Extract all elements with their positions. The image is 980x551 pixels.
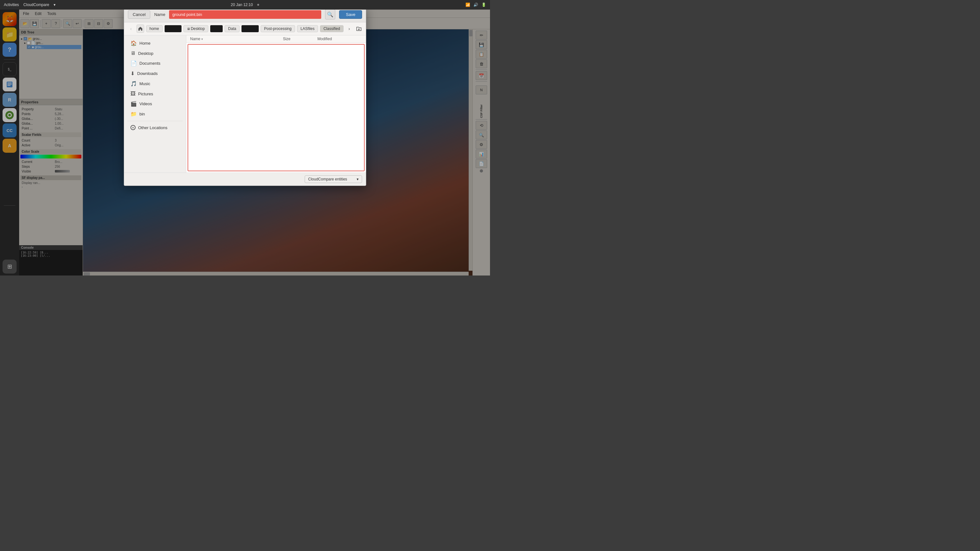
dialog-file-area: Name ▾ Size Modified	[186, 35, 366, 173]
sidebar-label-music: Music	[139, 81, 150, 86]
breadcrumb-lasfiles-button[interactable]: LASfiles	[297, 25, 318, 32]
sidebar-item-bin[interactable]: 📁 bin	[126, 109, 184, 119]
sidebar-divider	[127, 121, 183, 121]
sidebar-item-pictures[interactable]: 🖼 Pictures	[126, 89, 184, 98]
breadcrumb-postprocessing-button[interactable]: Post-processing	[261, 25, 295, 32]
sidebar-label-home: Home	[139, 41, 151, 46]
home-icon: 🏠	[130, 40, 137, 46]
sidebar-item-downloads[interactable]: ⬇ Downloads	[126, 68, 184, 78]
name-label: Name	[154, 12, 165, 17]
breadcrumb-blacked-1	[165, 25, 181, 32]
system-bar: Activities CloudCompare ▾ 20 Jan 12:10 📶…	[0, 0, 490, 10]
col-header-name[interactable]: Name ▾	[190, 37, 280, 41]
dialog-sidebar: 🏠 Home 🖥 Desktop 📄 Documents ⬇ Downloads…	[124, 35, 186, 173]
breadcrumb-home-icon-button[interactable]	[137, 25, 144, 33]
dialog-content: 🏠 Home 🖥 Desktop 📄 Documents ⬇ Downloads…	[124, 35, 366, 173]
breadcrumb-blacked-2	[210, 25, 223, 32]
app-title: CloudCompare	[23, 3, 49, 7]
videos-icon: 🎬	[130, 101, 137, 107]
save-dialog: Cancel Name 🔍 Save ‹ home 🖥Desktop	[124, 6, 366, 186]
dialog-breadcrumb: ‹ home 🖥Desktop Data Post-processing LA	[124, 22, 366, 35]
activities-button[interactable]: Activities	[4, 3, 19, 7]
documents-icon: 📄	[130, 60, 137, 66]
dialog-bottom-bar: CloudCompare entities ▾	[124, 173, 366, 186]
file-type-dropdown-arrow: ▾	[356, 177, 359, 181]
save-button[interactable]: Save	[339, 10, 362, 19]
filename-input[interactable]	[169, 10, 321, 19]
save-dialog-overlay: Cancel Name 🔍 Save ‹ home 🖥Desktop	[0, 0, 490, 275]
sidebar-item-other-locations[interactable]: + Other Locations	[126, 123, 184, 132]
sidebar-item-music[interactable]: 🎵 Music	[126, 79, 184, 89]
pictures-icon: 🖼	[130, 91, 135, 97]
sidebar-label-other-locations: Other Locations	[138, 125, 167, 130]
sidebar-item-home[interactable]: 🏠 Home	[126, 38, 184, 48]
sidebar-item-videos[interactable]: 🎬 Videos	[126, 99, 184, 109]
file-area-header: Name ▾ Size Modified	[186, 35, 366, 43]
sidebar-label-bin: bin	[139, 111, 145, 116]
bin-icon: 📁	[130, 111, 137, 117]
wifi-icon: 📶	[465, 3, 470, 7]
app-dropdown[interactable]: ▾	[54, 3, 56, 7]
sidebar-item-desktop[interactable]: 🖥 Desktop	[126, 48, 184, 58]
breadcrumb-classified-button[interactable]: Classified	[320, 25, 344, 32]
sidebar-label-documents: Documents	[139, 61, 161, 66]
breadcrumb-forward-button[interactable]: ›	[345, 25, 353, 33]
sort-arrow: ▾	[201, 37, 203, 41]
desktop-icon: 🖥	[130, 50, 135, 56]
battery-icon: 🔋	[481, 3, 486, 7]
breadcrumb-back-button[interactable]: ‹	[127, 25, 135, 33]
sidebar-item-documents[interactable]: 📄 Documents	[126, 58, 184, 68]
sidebar-label-desktop: Desktop	[138, 51, 153, 56]
downloads-icon: ⬇	[130, 70, 135, 76]
volume-icon: 🔊	[473, 3, 478, 7]
file-type-label: CloudCompare entities	[308, 177, 347, 181]
sidebar-label-downloads: Downloads	[137, 71, 158, 76]
sidebar-label-pictures: Pictures	[138, 92, 153, 96]
sidebar-label-videos: Videos	[139, 102, 152, 106]
file-list-area[interactable]	[188, 44, 364, 171]
breadcrumb-data-button[interactable]: Data	[224, 25, 240, 32]
other-locations-plus-icon: +	[130, 125, 135, 130]
col-header-size[interactable]: Size	[283, 37, 315, 41]
breadcrumb-blacked-3	[242, 25, 258, 32]
breadcrumb-desktop-button[interactable]: 🖥Desktop	[183, 25, 208, 32]
system-time: 20 Jan 12:10	[231, 3, 253, 7]
search-button[interactable]: 🔍	[325, 9, 335, 19]
file-type-dropdown[interactable]: CloudCompare entities ▾	[305, 175, 362, 183]
notification-dot	[258, 4, 259, 6]
music-icon: 🎵	[130, 81, 137, 87]
col-header-modified[interactable]: Modified	[317, 37, 362, 41]
new-folder-button[interactable]	[355, 24, 363, 33]
cancel-button[interactable]: Cancel	[128, 10, 150, 19]
breadcrumb-home-button[interactable]: home	[146, 25, 163, 32]
